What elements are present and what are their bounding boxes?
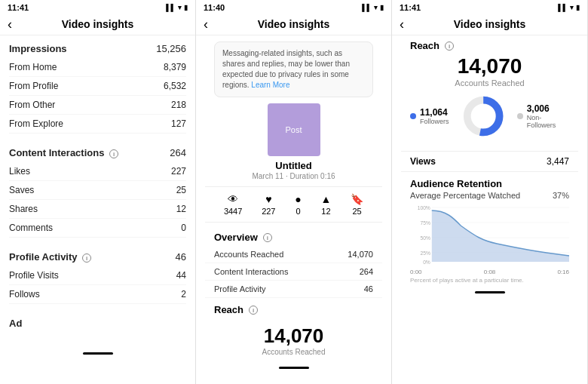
overview-label: Overview bbox=[214, 232, 258, 243]
from-other-row: From Other 218 bbox=[9, 96, 186, 115]
back-button-3[interactable]: ‹ bbox=[400, 17, 404, 32]
follows-value: 2 bbox=[181, 289, 186, 300]
likes-label: Likes bbox=[9, 166, 30, 177]
shares-icon-stat: ▲ 12 bbox=[320, 193, 331, 216]
from-profile-value: 6,532 bbox=[164, 81, 186, 91]
signal-icon-2: ▌▌ bbox=[362, 4, 372, 11]
avg-row: Average Percentage Watched 37% bbox=[410, 191, 569, 200]
reach-section-3: Reach i 14,070 Accounts Reached 11,064 F… bbox=[401, 35, 578, 148]
time-2: 11:40 bbox=[204, 3, 225, 12]
content-interactions-value: 264 bbox=[170, 147, 186, 158]
status-bar-1: 11:41 ▌▌ ▾ ▮ bbox=[0, 0, 195, 14]
nonfollowers-dot bbox=[517, 113, 523, 119]
shares-row: Shares 12 bbox=[9, 200, 186, 219]
chart-x-0: 0:00 bbox=[410, 269, 422, 275]
learn-more-link[interactable]: Learn More bbox=[251, 81, 289, 89]
page-title-2: Video insights bbox=[258, 18, 329, 30]
battery-icon-3: ▮ bbox=[576, 4, 580, 11]
header-3: ‹ Video insights bbox=[392, 14, 587, 35]
reach-label-2: Reach bbox=[214, 304, 243, 315]
reach-title-row-3: Reach i bbox=[410, 40, 569, 51]
reach-info-icon-3[interactable]: i bbox=[445, 41, 454, 51]
from-profile-row: From Profile 6,532 bbox=[9, 77, 186, 96]
from-other-label: From Other bbox=[9, 100, 55, 110]
profile-activity-info-icon[interactable]: i bbox=[82, 253, 91, 263]
reach-section-2: 14,070 Accounts Reached bbox=[205, 318, 382, 362]
content-interactions-info-icon[interactable]: i bbox=[109, 149, 118, 158]
overview-title: Overview i bbox=[205, 226, 382, 246]
heart-icon: ♥ bbox=[265, 193, 271, 205]
post-image: Post bbox=[268, 103, 320, 156]
reach-label-3: Reach bbox=[410, 40, 439, 51]
views-label: Views bbox=[410, 156, 436, 167]
svg-text:75%: 75% bbox=[420, 220, 430, 226]
donut-chart bbox=[461, 94, 505, 139]
shares-icon-value: 12 bbox=[321, 207, 330, 216]
views-icon-value: 3447 bbox=[224, 207, 242, 216]
reach-big-number-3: 14,070 bbox=[410, 54, 569, 78]
signal-icon: ▌▌ bbox=[166, 4, 176, 11]
comments-icon-stat: ● 0 bbox=[295, 193, 301, 216]
overview-info-icon[interactable]: i bbox=[263, 233, 272, 242]
svg-text:50%: 50% bbox=[420, 235, 430, 241]
avg-value: 37% bbox=[553, 191, 569, 200]
audience-section: Audience Retention Average Percentage Wa… bbox=[401, 175, 578, 287]
followers-legend: 11,064 Followers bbox=[410, 107, 449, 125]
status-icons-3: ▌▌ ▾ ▮ bbox=[558, 4, 580, 11]
donut-legend-right: 3,006 Non-Followers bbox=[517, 103, 569, 129]
saves-icon-value: 25 bbox=[352, 207, 361, 216]
likes-value: 227 bbox=[171, 166, 186, 177]
accounts-reached-label: Accounts Reached bbox=[214, 250, 283, 259]
panel-2: 11:40 ▌▌ ▾ ▮ ‹ Video insights Messaging-… bbox=[196, 0, 392, 384]
back-button-1[interactable]: ‹ bbox=[8, 17, 12, 32]
content-interactions-row2: Content Interactions 264 bbox=[205, 263, 382, 281]
saves-icon-stat: 🔖 25 bbox=[351, 193, 363, 216]
signal-icon-3: ▌▌ bbox=[558, 4, 568, 11]
donut-area: 11,064 Followers 3,0 bbox=[410, 94, 569, 139]
from-other-value: 218 bbox=[171, 100, 186, 110]
back-button-2[interactable]: ‹ bbox=[204, 17, 208, 32]
panel2-content: Messaging-related insights, such as shar… bbox=[196, 35, 391, 384]
likes-icon-value: 227 bbox=[262, 207, 275, 216]
shares-value: 12 bbox=[176, 204, 186, 214]
comments-icon-value: 0 bbox=[296, 207, 300, 216]
panel3-content: Reach i 14,070 Accounts Reached 11,064 F… bbox=[392, 35, 587, 384]
reach-info-icon-2[interactable]: i bbox=[249, 306, 258, 315]
stats-icons-row: 👁 3447 ♥ 227 ● 0 ▲ 12 🔖 25 bbox=[205, 186, 382, 223]
battery-icon: ▮ bbox=[184, 4, 188, 11]
from-home-value: 8,379 bbox=[164, 62, 186, 72]
views-value: 3,447 bbox=[547, 156, 569, 167]
saves-row: Saves 25 bbox=[9, 181, 186, 200]
profile-activity-header: Profile Activity i 46 bbox=[9, 244, 186, 266]
content-interactions-value2: 264 bbox=[360, 267, 373, 276]
follows-row: Follows 2 bbox=[9, 285, 186, 304]
retention-chart: 100% 75% 50% 25% 0% bbox=[410, 204, 569, 265]
page-title-3: Video insights bbox=[454, 18, 525, 30]
eye-icon: 👁 bbox=[228, 193, 238, 205]
profile-activity-label2: Profile Activity bbox=[214, 284, 265, 293]
nonfollowers-legend: 3,006 Non-Followers bbox=[517, 103, 569, 129]
content-interactions-label: Content Interactions i bbox=[9, 147, 118, 158]
reach-subtitle-2: Accounts Reached bbox=[214, 348, 373, 356]
profile-visits-label: Profile Visits bbox=[9, 270, 59, 281]
chart-x-2: 0:16 bbox=[557, 269, 569, 275]
status-icons-1: ▌▌ ▾ ▮ bbox=[166, 4, 188, 11]
time-3: 11:41 bbox=[400, 3, 421, 12]
accounts-reached-label-3: Accounts Reached bbox=[410, 78, 569, 88]
follows-label: Follows bbox=[9, 289, 40, 300]
from-explore-label: From Explore bbox=[9, 118, 63, 129]
likes-row: Likes 227 bbox=[9, 162, 186, 181]
profile-visits-value: 44 bbox=[176, 270, 186, 281]
bookmark-icon: 🔖 bbox=[351, 193, 363, 205]
svg-text:0%: 0% bbox=[423, 260, 430, 265]
panel1-content: Impressions 15,256 From Home 8,379 From … bbox=[0, 35, 195, 384]
profile-activity-label: Profile Activity i bbox=[9, 251, 91, 263]
wifi-icon: ▾ bbox=[178, 4, 182, 11]
chart-note: Percent of plays active at a particular … bbox=[410, 277, 569, 284]
svg-text:100%: 100% bbox=[418, 205, 430, 210]
content-interactions-label2: Content Interactions bbox=[214, 267, 288, 276]
chart-x-1: 0:08 bbox=[484, 269, 496, 275]
profile-activity-row2: Profile Activity 46 bbox=[205, 281, 382, 298]
from-explore-value: 127 bbox=[171, 118, 186, 129]
comment-icon: ● bbox=[295, 193, 301, 205]
